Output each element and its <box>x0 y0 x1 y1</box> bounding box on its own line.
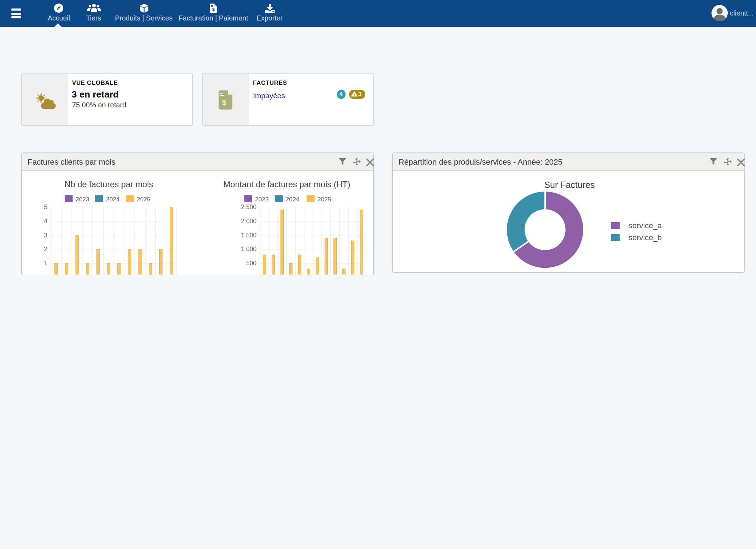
svg-text:$: $ <box>222 98 226 106</box>
svg-text:500: 500 <box>246 259 257 266</box>
svg-text:2025: 2025 <box>318 195 331 202</box>
svg-text:2025: 2025 <box>137 195 150 202</box>
svg-text:service_a: service_a <box>628 221 662 230</box>
svg-text:4: 4 <box>44 217 47 224</box>
svg-text:service_b: service_b <box>628 233 662 242</box>
svg-text:2: 2 <box>44 245 47 252</box>
svg-text:Sur Factures: Sur Factures <box>544 179 595 189</box>
svg-text:3: 3 <box>44 231 47 238</box>
svg-text:1 500: 1 500 <box>241 231 256 238</box>
svg-text:5: 5 <box>44 203 47 210</box>
svg-text:0: 0 <box>44 273 47 274</box>
svg-text:Nb de factures par mois: Nb de factures par mois <box>65 179 153 189</box>
svg-text:1: 1 <box>44 259 47 266</box>
svg-text:2024: 2024 <box>286 195 300 202</box>
svg-text:$: $ <box>212 7 215 12</box>
svg-text:2023: 2023 <box>76 195 89 202</box>
svg-text:2 000: 2 000 <box>241 217 256 224</box>
svg-text:1 000: 1 000 <box>241 245 256 252</box>
svg-text:2 500: 2 500 <box>241 203 256 210</box>
svg-text:0: 0 <box>253 273 256 274</box>
svg-text:2023: 2023 <box>255 195 269 202</box>
svg-text:Montant de factures par mois (: Montant de factures par mois (HT) <box>223 179 350 189</box>
svg-text:2024: 2024 <box>106 195 120 202</box>
